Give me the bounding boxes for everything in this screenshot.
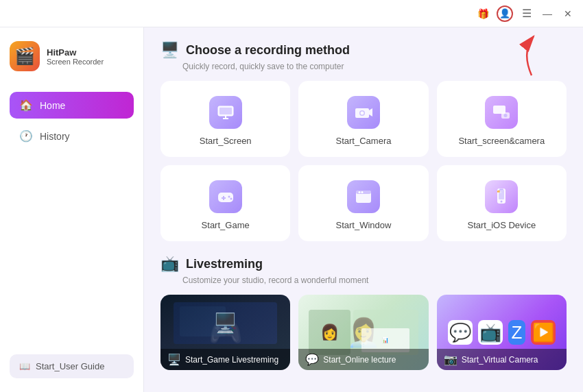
start-screen-card[interactable]: Start_Screen (160, 81, 290, 157)
start-camera-label: Start_Camera (336, 136, 392, 146)
start-online-lecture-card[interactable]: 👩 📊 💬 Start_Online lecture (298, 295, 428, 370)
svg-rect-5 (219, 108, 232, 114)
minimize-icon[interactable]: — (540, 7, 554, 21)
svg-text:iOS: iOS (498, 191, 501, 194)
start-camera-icon (347, 96, 380, 129)
account-icon[interactable]: 👤 (497, 5, 513, 22)
app-name: HitPaw (47, 47, 104, 58)
game-livestream-label-bar: 🖥️ Start_Game Livestreming (160, 349, 290, 370)
livestream-section-title: Livestreming (186, 257, 263, 271)
gift-icon[interactable]: 🎁 (476, 7, 490, 21)
logo-area: 🎬 HitPaw Screen Recorder (10, 41, 134, 71)
sidebar-item-history-label: History (40, 131, 70, 142)
start-screen-icon (209, 96, 242, 129)
sidebar-item-home-label: Home (40, 100, 65, 111)
main-content: 🖥️ Choose a recording method Quickly rec… (144, 27, 583, 392)
svg-point-8 (360, 112, 364, 115)
start-camera-card[interactable]: Start_Camera (298, 81, 428, 157)
sidebar: 🎬 HitPaw Screen Recorder 🏠 Home 🕐 Histor… (0, 27, 144, 392)
start-window-card[interactable]: Start_Window (298, 165, 428, 241)
history-icon: 🕐 (19, 130, 33, 143)
svg-point-16 (228, 196, 230, 198)
start-screen-camera-icon (485, 96, 518, 129)
virtual-camera-icon: 📷 (444, 353, 457, 366)
virtual-camera-label-bar: 📷 Start_Virtual Camera (437, 349, 567, 370)
menu-icon[interactable]: ☰ (520, 7, 534, 21)
recording-section-subtitle: Quickly record, quickly save to the comp… (182, 62, 567, 71)
user-guide-button[interactable]: 📖 Start_User Guide (10, 354, 134, 378)
start-window-label: Start_Window (336, 220, 392, 230)
app-subtitle: Screen Recorder (47, 58, 104, 66)
recording-section-title: Choose a recording method (186, 43, 350, 58)
svg-point-20 (358, 191, 360, 193)
start-window-icon (347, 180, 380, 213)
svg-point-21 (361, 191, 363, 193)
start-game-label: Start_Game (202, 220, 250, 230)
game-livestream-icon: 🖥️ (167, 353, 181, 366)
online-lecture-icon: 💬 (305, 353, 319, 366)
livestream-section-subtitle: Customize your studio, record a wonderfu… (182, 275, 567, 285)
user-guide-label: Start_User Guide (36, 361, 104, 371)
book-icon: 📖 (19, 361, 30, 371)
recording-grid: Start_Screen Start_Camera (160, 81, 567, 241)
svg-marker-9 (369, 108, 372, 117)
online-lecture-label: Start_Online lecture (323, 355, 396, 365)
start-game-livestream-card[interactable]: 🎮 🖥️ 🖥️ Start_Game Livestreming (160, 295, 290, 370)
livestream-section-header: 📺 Livestreming (160, 255, 567, 273)
virtual-camera-label: Start_Virtual Camera (462, 355, 538, 365)
svg-point-17 (230, 198, 232, 200)
start-screen-label: Start_Screen (200, 136, 252, 146)
recording-section-header: 🖥️ Choose a recording method (160, 41, 567, 59)
game-livestream-label: Start_Game Livestreming (185, 355, 278, 365)
title-bar: 🎁 👤 ☰ — ✕ (0, 0, 583, 27)
start-virtual-camera-card[interactable]: 💬 📺 Z ▶️ 📷 Start_Virtual Camera (437, 295, 567, 370)
start-game-card[interactable]: Start_Game (160, 165, 290, 241)
app-logo: 🎬 (10, 41, 40, 71)
start-game-icon (209, 180, 242, 213)
app-body: 🎬 HitPaw Screen Recorder 🏠 Home 🕐 Histor… (0, 27, 583, 392)
svg-point-24 (501, 201, 503, 203)
sidebar-item-home[interactable]: 🏠 Home (10, 92, 134, 119)
recording-section-icon: 🖥️ (160, 41, 179, 59)
start-ios-label: Start_iOS Device (467, 220, 536, 230)
sidebar-bottom: 📖 Start_User Guide (10, 354, 134, 378)
sidebar-item-history[interactable]: 🕐 History (10, 123, 134, 149)
home-icon: 🏠 (19, 99, 33, 112)
svg-rect-25 (499, 189, 503, 191)
svg-point-12 (504, 114, 508, 117)
start-screen-camera-card[interactable]: Start_screen&camera (437, 81, 567, 157)
close-icon[interactable]: ✕ (561, 7, 575, 21)
title-bar-icons: 🎁 👤 ☰ — ✕ (476, 5, 575, 22)
livestream-section-icon: 📺 (160, 255, 179, 273)
start-ios-card[interactable]: iOS Start_iOS Device (437, 165, 567, 241)
online-lecture-label-bar: 💬 Start_Online lecture (298, 349, 428, 370)
start-ios-icon: iOS (485, 180, 518, 213)
logo-text: HitPaw Screen Recorder (47, 47, 104, 66)
livestream-grid: 🎮 🖥️ 🖥️ Start_Game Livestreming 👩 (160, 295, 567, 370)
start-screen-camera-label: Start_screen&camera (458, 136, 545, 146)
svg-rect-19 (356, 191, 371, 194)
